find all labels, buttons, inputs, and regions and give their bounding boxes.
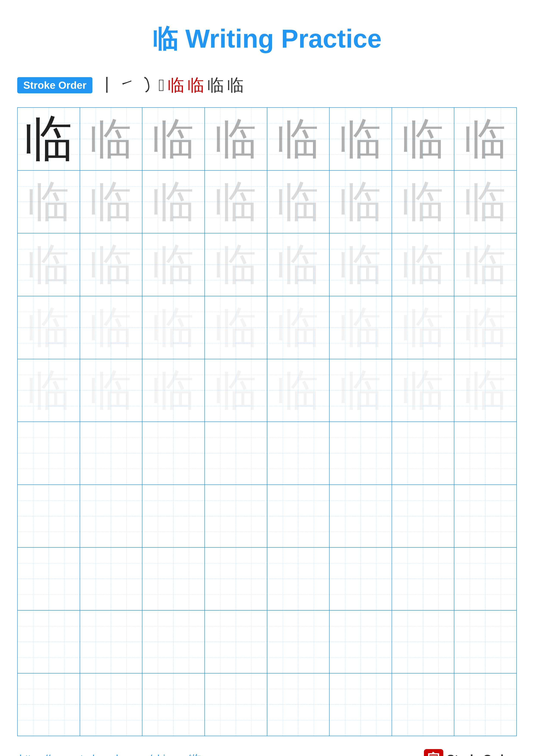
- grid-cell[interactable]: [392, 485, 454, 547]
- grid-cell[interactable]: 临: [142, 108, 205, 170]
- grid-cell[interactable]: 临: [18, 233, 80, 296]
- brand-icon: 字: [424, 749, 443, 756]
- grid-cell[interactable]: [18, 422, 80, 484]
- stroke-order-badge: Stroke Order: [17, 77, 92, 93]
- grid-cell[interactable]: [80, 548, 142, 610]
- grid-cell[interactable]: [330, 485, 392, 547]
- grid-cell[interactable]: 临: [18, 171, 80, 233]
- grid-cell[interactable]: 临: [330, 171, 392, 233]
- grid-cell[interactable]: [454, 485, 516, 547]
- brand-name: StrokeOrder: [447, 752, 515, 756]
- grid-cell[interactable]: [205, 485, 267, 547]
- grid-cell[interactable]: 临: [454, 108, 516, 170]
- grid-cell[interactable]: 临: [142, 233, 205, 296]
- grid-cell[interactable]: 临: [267, 359, 330, 422]
- grid-cell[interactable]: [142, 548, 205, 610]
- grid-cell[interactable]: 临: [454, 233, 516, 296]
- grid-cell[interactable]: [18, 610, 80, 673]
- footer-brand: 字 StrokeOrder: [424, 749, 515, 756]
- grid-cell[interactable]: 临: [18, 359, 80, 422]
- practice-grid: 临 临 临 临 临 临 临 临: [17, 107, 517, 736]
- grid-cell[interactable]: 临: [142, 359, 205, 422]
- grid-row: 临 临 临 临 临 临 临 临: [18, 108, 516, 171]
- grid-cell[interactable]: [330, 422, 392, 484]
- grid-cell[interactable]: 临: [142, 171, 205, 233]
- grid-cell[interactable]: 临: [80, 296, 142, 359]
- grid-cell[interactable]: [142, 673, 205, 736]
- grid-cell[interactable]: [454, 673, 516, 736]
- grid-cell[interactable]: [142, 485, 205, 547]
- grid-cell[interactable]: 临: [392, 233, 454, 296]
- grid-row: [18, 485, 516, 548]
- grid-cell[interactable]: [80, 485, 142, 547]
- grid-cell[interactable]: [18, 485, 80, 547]
- grid-cell[interactable]: [205, 610, 267, 673]
- grid-cell[interactable]: [205, 422, 267, 484]
- stroke-order-row: Stroke Order 丨 ㇀ ㇁ 𠃊 临 临 临 临: [17, 74, 517, 96]
- grid-cell[interactable]: 临: [267, 108, 330, 170]
- grid-cell[interactable]: 临: [205, 108, 267, 170]
- footer: https://www.strokeorder.com/chinese/临 字 …: [17, 749, 517, 756]
- grid-cell[interactable]: 临: [454, 359, 516, 422]
- grid-cell[interactable]: 临: [205, 233, 267, 296]
- grid-cell[interactable]: 临: [80, 108, 142, 170]
- stroke-chars-list: 丨 ㇀ ㇁ 𠃊 临 临 临 临: [99, 74, 244, 96]
- grid-cell[interactable]: [80, 610, 142, 673]
- footer-url: https://www.strokeorder.com/chinese/临: [19, 752, 201, 756]
- grid-cell[interactable]: [205, 673, 267, 736]
- grid-row: 临 临 临 临 临 临 临 临: [18, 359, 516, 422]
- grid-cell[interactable]: [392, 422, 454, 484]
- grid-cell[interactable]: 临: [267, 171, 330, 233]
- grid-row: 临 临 临 临 临 临 临 临: [18, 233, 516, 296]
- grid-cell[interactable]: 临: [80, 359, 142, 422]
- grid-cell[interactable]: [142, 422, 205, 484]
- grid-cell[interactable]: [330, 548, 392, 610]
- grid-cell[interactable]: 临: [454, 171, 516, 233]
- grid-row: 临 临 临 临 临 临 临 临: [18, 296, 516, 359]
- grid-cell[interactable]: [267, 422, 330, 484]
- grid-cell[interactable]: [267, 485, 330, 547]
- grid-cell[interactable]: [80, 422, 142, 484]
- grid-cell[interactable]: 临: [142, 296, 205, 359]
- grid-cell[interactable]: [454, 548, 516, 610]
- grid-cell[interactable]: [267, 673, 330, 736]
- grid-row: 临 临 临 临 临 临 临 临: [18, 171, 516, 233]
- grid-cell[interactable]: 临: [330, 108, 392, 170]
- grid-cell[interactable]: 临: [392, 108, 454, 170]
- grid-cell[interactable]: 临: [80, 233, 142, 296]
- grid-cell[interactable]: [330, 673, 392, 736]
- grid-cell[interactable]: [205, 548, 267, 610]
- grid-cell[interactable]: [330, 610, 392, 673]
- grid-cell[interactable]: 临: [392, 171, 454, 233]
- grid-cell[interactable]: 临: [205, 359, 267, 422]
- grid-cell[interactable]: 临: [205, 296, 267, 359]
- grid-cell[interactable]: [18, 548, 80, 610]
- grid-cell[interactable]: 临: [392, 359, 454, 422]
- grid-row: [18, 673, 516, 736]
- grid-cell[interactable]: [392, 673, 454, 736]
- grid-row: [18, 548, 516, 610]
- grid-cell[interactable]: 临: [18, 108, 80, 170]
- grid-cell[interactable]: 临: [454, 296, 516, 359]
- grid-cell[interactable]: [267, 610, 330, 673]
- grid-row: [18, 422, 516, 485]
- grid-cell[interactable]: 临: [330, 233, 392, 296]
- grid-cell[interactable]: 临: [392, 296, 454, 359]
- grid-cell[interactable]: 临: [205, 171, 267, 233]
- grid-cell[interactable]: 临: [18, 296, 80, 359]
- grid-cell[interactable]: 临: [330, 359, 392, 422]
- grid-cell[interactable]: [454, 422, 516, 484]
- grid-cell[interactable]: 临: [330, 296, 392, 359]
- grid-cell[interactable]: 临: [267, 296, 330, 359]
- grid-cell[interactable]: [18, 673, 80, 736]
- grid-cell[interactable]: [80, 673, 142, 736]
- grid-cell[interactable]: [267, 548, 330, 610]
- grid-row: [18, 610, 516, 673]
- grid-cell[interactable]: [142, 610, 205, 673]
- grid-cell[interactable]: [454, 610, 516, 673]
- grid-cell[interactable]: [392, 610, 454, 673]
- page-title: 临 Writing Practice: [17, 21, 517, 57]
- grid-cell[interactable]: 临: [267, 233, 330, 296]
- grid-cell[interactable]: 临: [80, 171, 142, 233]
- grid-cell[interactable]: [392, 548, 454, 610]
